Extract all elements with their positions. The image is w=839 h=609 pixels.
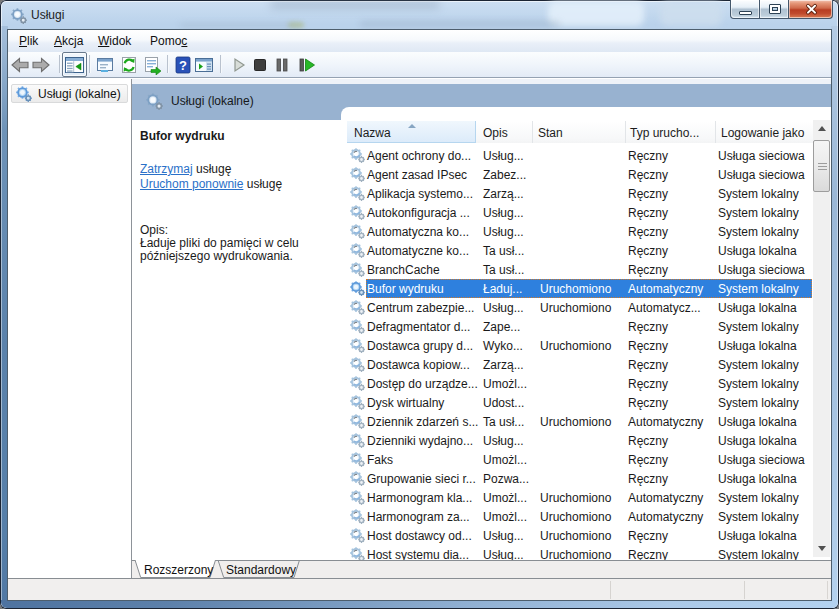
svg-text:?: ? <box>179 58 187 73</box>
